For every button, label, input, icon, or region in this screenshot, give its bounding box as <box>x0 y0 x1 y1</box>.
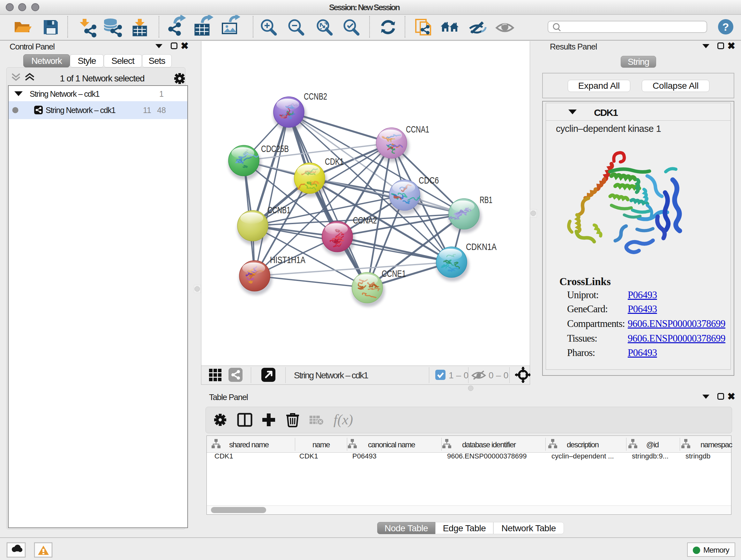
svg-text:CDKN1A: CDKN1A <box>466 241 496 252</box>
svg-text:String Network – cdk1: String Network – cdk1 <box>46 106 116 115</box>
svg-text:CDK1: CDK1 <box>325 156 344 167</box>
svg-text:CDC25B: CDC25B <box>261 143 289 154</box>
svg-text:CCNB1: CCNB1 <box>267 205 290 215</box>
svg-text:CDC6: CDC6 <box>419 175 439 186</box>
svg-text:CCNE1: CCNE1 <box>382 268 406 279</box>
svg-text:CDK1: CDK1 <box>594 107 618 118</box>
svg-text:CCNB2: CCNB2 <box>304 91 327 102</box>
svg-text:f(x): f(x) <box>333 412 353 428</box>
svg-text:HIST1H1A: HIST1H1A <box>270 254 306 265</box>
svg-text:CCNA2: CCNA2 <box>353 215 377 226</box>
svg-text:CCNA1: CCNA1 <box>406 124 429 134</box>
svg-text:48: 48 <box>157 106 166 115</box>
svg-text:1 of 1 Network selected: 1 of 1 Network selected <box>60 73 145 83</box>
svg-text:11: 11 <box>143 106 151 115</box>
svg-text:String Network – cdk1: String Network – cdk1 <box>30 89 99 98</box>
svg-text:RB1: RB1 <box>480 194 492 205</box>
svg-text:1: 1 <box>159 89 164 98</box>
